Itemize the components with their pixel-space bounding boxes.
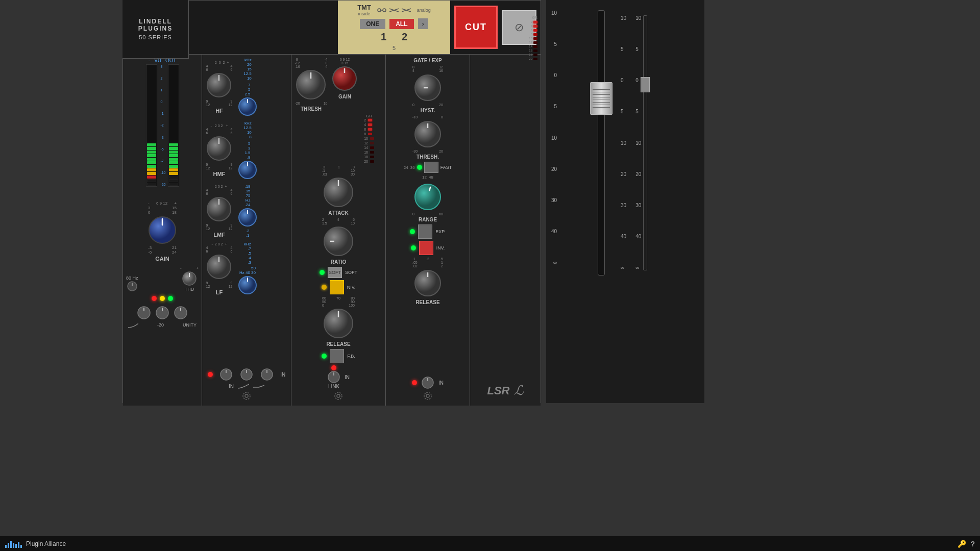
cut-button[interactable]: CUT <box>454 6 498 49</box>
lmf-freq-knob[interactable] <box>237 207 258 228</box>
lf-label: LF <box>216 289 223 295</box>
svg-point-42 <box>243 392 250 399</box>
inv-label: INV. <box>436 245 445 251</box>
fb-button[interactable] <box>330 349 344 363</box>
gate-thresh-label: THRESH. <box>416 154 439 160</box>
arrow-next-button[interactable]: › <box>418 18 428 29</box>
hmf-boost-knob[interactable] <box>205 135 233 163</box>
lmf-row: -2 0 2+ 44 66 <box>205 184 288 238</box>
thd-knob[interactable] <box>181 270 198 287</box>
fader-scale-right: 10 5 0 5 10 20 30 40 ∞ <box>621 15 626 270</box>
exp-button[interactable] <box>418 224 432 239</box>
soft-button[interactable]: SOFT <box>328 267 342 278</box>
range-knob[interactable] <box>412 182 443 212</box>
gain-bottom-knobs <box>136 305 188 320</box>
eq-in-text: IN <box>229 384 234 389</box>
one-button[interactable]: ONE <box>360 19 385 29</box>
bars-icon <box>5 540 22 548</box>
fb-label: F.B. <box>347 354 355 359</box>
bottom-right-icons: 🔑 ? <box>958 540 975 548</box>
fader-scale-inf: ∞ <box>551 260 557 265</box>
plugin-alliance-text: Plugin Alliance <box>26 540 66 547</box>
comp-module: -8-4 -120 -164 <box>291 55 386 406</box>
filter-knob[interactable] <box>127 281 138 292</box>
minus20-label: -20 <box>157 322 164 329</box>
fader-track-left: 10 5 0 5 10 20 30 40 ∞ <box>551 5 582 398</box>
gate-release-knob[interactable] <box>412 268 443 298</box>
gain-bottom-knob3[interactable] <box>173 305 188 320</box>
fast-row: 24 36 FAST <box>404 162 452 173</box>
mini-fader-track <box>643 15 647 270</box>
fader-scale-40: 40 <box>551 229 557 234</box>
inv-led <box>411 245 416 251</box>
exp-led <box>410 229 415 234</box>
lf-freq-knob[interactable] <box>237 275 258 295</box>
niv-button[interactable] <box>330 280 344 294</box>
fader-scale-5b: 5 <box>551 104 557 109</box>
filter-curve-icon <box>128 322 138 329</box>
link-label: LINK <box>328 384 339 389</box>
fader-scale-0a: 0 <box>551 72 557 78</box>
gate-bottom-knob[interactable] <box>421 376 434 389</box>
shuffle-icon <box>389 7 399 13</box>
soft-row: SOFT SOFT <box>320 267 357 278</box>
comp-gain-knob[interactable] <box>331 65 359 93</box>
fader-track <box>598 10 605 276</box>
hmf-freq-knob[interactable] <box>237 160 258 180</box>
hf-boost-knob[interactable] <box>205 71 233 99</box>
gain-knob[interactable] <box>147 215 178 245</box>
svg-point-56 <box>335 392 342 399</box>
fader-handle[interactable] <box>590 82 612 115</box>
gain-bottom-knob2[interactable] <box>155 305 170 320</box>
led-green-gain <box>168 296 173 301</box>
hyst-area: 812 416 020 HYST. <box>412 65 443 113</box>
attack-knob[interactable] <box>322 176 355 209</box>
release-area: 607080 5090 0100 RELEA <box>322 296 355 347</box>
tmt-label: TMT <box>357 4 371 11</box>
gain-bottom-knob1[interactable] <box>136 305 152 320</box>
eq-settings-icon[interactable] <box>242 391 251 400</box>
main-ui: TMT inside <box>0 0 980 551</box>
hyst-knob[interactable] <box>412 72 443 103</box>
fader-scale-10a: 10 <box>551 10 557 16</box>
eq-bottom-knob2[interactable] <box>240 368 253 381</box>
release-knob[interactable] <box>322 307 355 340</box>
eq-in-label: IN <box>280 372 285 378</box>
hmf-row: -2 0 2+ 44 66 <box>205 121 288 180</box>
lf-boost-knob[interactable] <box>205 253 233 281</box>
eq-bottom-knob1[interactable] <box>219 368 233 381</box>
all-button[interactable]: ALL <box>389 19 413 29</box>
key-icon[interactable]: 🔑 <box>958 540 966 548</box>
gate-thresh-knob[interactable] <box>412 119 443 149</box>
gain-leds <box>152 296 173 301</box>
link-knob[interactable] <box>327 370 340 384</box>
scale-r-10a: 10 <box>621 15 626 21</box>
led-yellow-gain <box>160 296 165 301</box>
release-label: RELEASE <box>326 341 350 347</box>
bottom-bar: Plugin Alliance 🔑 ? <box>0 536 980 551</box>
lmf-boost-knob[interactable] <box>205 195 233 223</box>
comp-thresh-knob[interactable] <box>295 68 328 102</box>
exp-row: EXP. <box>410 224 445 239</box>
eq-shelf-icon <box>253 383 264 389</box>
comp-settings-icon[interactable] <box>334 391 343 400</box>
inv-button[interactable] <box>419 241 433 255</box>
fader-scale-20: 20 <box>551 166 557 172</box>
range-label: RANGE <box>419 217 437 222</box>
fast-button[interactable] <box>424 162 438 173</box>
ratio-knob[interactable] <box>322 225 355 258</box>
lf-row: -2 0 2+ 44 66 <box>205 242 288 295</box>
brand-panel: LINDELL PLUGINS 50 SERIES <box>122 0 189 59</box>
comp-bottom-row: LINK IN <box>327 365 350 389</box>
hf-freq-knob[interactable] <box>237 96 258 117</box>
help-button[interactable]: ? <box>970 540 975 548</box>
tmt-analog: analog <box>417 8 431 13</box>
fader-center <box>586 5 617 398</box>
eq-bottom-knob3[interactable] <box>260 368 274 381</box>
tmt-inside: inside <box>358 11 371 16</box>
thd-label: THD <box>185 287 194 292</box>
svg-point-1 <box>383 9 386 12</box>
gain-label: GAIN <box>147 256 178 262</box>
gate-settings-icon[interactable] <box>423 391 432 400</box>
mini-fader-handle[interactable] <box>641 77 650 92</box>
